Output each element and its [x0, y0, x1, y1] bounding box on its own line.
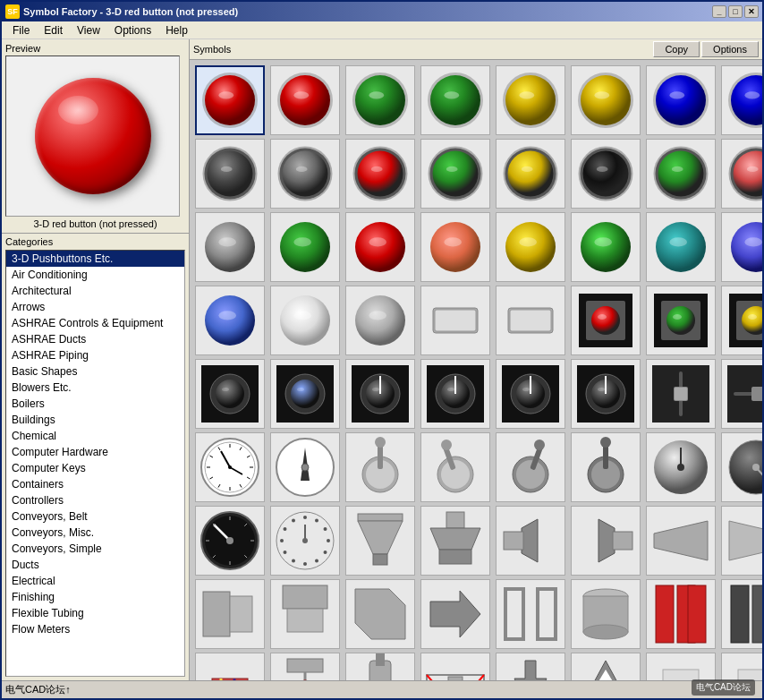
category-item[interactable]: Conveyors, Simple: [6, 541, 184, 557]
category-item[interactable]: Flow Meters: [6, 621, 184, 637]
symbol-cell[interactable]: [646, 653, 716, 680]
symbol-cell[interactable]: [420, 359, 490, 429]
symbol-cell[interactable]: [345, 506, 415, 576]
symbol-cell[interactable]: [270, 212, 340, 282]
symbol-cell[interactable]: [420, 212, 490, 282]
category-item[interactable]: Containers: [6, 476, 184, 492]
category-item[interactable]: Electrical: [6, 573, 184, 589]
symbol-cell[interactable]: [571, 506, 641, 576]
symbol-cell[interactable]: [721, 359, 762, 429]
symbol-cell[interactable]: [270, 653, 340, 680]
symbol-cell[interactable]: [345, 432, 415, 502]
category-item[interactable]: Basic Shapes: [6, 363, 184, 380]
symbol-cell[interactable]: [420, 139, 490, 209]
symbol-cell[interactable]: [571, 286, 641, 355]
symbol-cell[interactable]: [496, 579, 565, 649]
category-item[interactable]: Architectural: [6, 283, 184, 299]
symbol-cell[interactable]: [345, 579, 415, 649]
category-item[interactable]: Conveyors, Misc.: [6, 525, 184, 541]
symbol-cell[interactable]: [571, 139, 641, 209]
symbol-cell[interactable]: [721, 65, 762, 135]
category-item[interactable]: Boilers: [6, 396, 184, 412]
close-button[interactable]: ✕: [744, 5, 759, 18]
category-item[interactable]: Computer Hardware: [6, 444, 184, 460]
symbol-cell[interactable]: [496, 65, 565, 135]
symbol-cell[interactable]: [270, 432, 340, 502]
symbol-cell[interactable]: [721, 653, 762, 680]
symbol-cell[interactable]: [496, 286, 565, 355]
symbol-cell[interactable]: [646, 432, 716, 502]
symbol-cell[interactable]: [345, 653, 415, 680]
menu-file[interactable]: File: [5, 22, 37, 38]
symbol-cell[interactable]: [270, 65, 340, 135]
symbol-cell[interactable]: [496, 139, 565, 209]
category-item[interactable]: Buildings: [6, 412, 184, 428]
symbol-cell[interactable]: [420, 653, 490, 680]
symbol-cell[interactable]: [571, 212, 641, 282]
symbol-cell[interactable]: [345, 212, 415, 282]
symbol-cell[interactable]: [270, 359, 340, 429]
symbol-cell[interactable]: [420, 506, 490, 576]
symbol-cell[interactable]: [646, 579, 716, 649]
symbol-cell[interactable]: [646, 212, 716, 282]
category-item[interactable]: Ducts: [6, 557, 184, 573]
symbol-cell[interactable]: [646, 65, 716, 135]
symbol-cell[interactable]: [420, 432, 490, 502]
symbol-cell[interactable]: [195, 212, 265, 282]
category-item[interactable]: Conveyors, Belt: [6, 508, 184, 525]
symbol-cell[interactable]: [496, 212, 565, 282]
symbol-cell[interactable]: [571, 432, 641, 502]
symbol-cell[interactable]: [721, 579, 762, 649]
category-item[interactable]: ASHRAE Controls & Equipment: [6, 315, 184, 331]
copy-button[interactable]: Copy: [653, 41, 700, 57]
symbol-cell[interactable]: [270, 506, 340, 576]
menu-options[interactable]: Options: [107, 22, 158, 38]
category-item[interactable]: Chemical: [6, 428, 184, 444]
category-item[interactable]: 3-D Pushbuttons Etc.: [6, 251, 184, 267]
maximize-button[interactable]: □: [728, 5, 743, 18]
symbol-cell[interactable]: [345, 139, 415, 209]
symbol-cell[interactable]: [195, 286, 265, 355]
symbol-cell[interactable]: [345, 286, 415, 355]
category-item[interactable]: Controllers: [6, 492, 184, 508]
symbol-cell[interactable]: [345, 359, 415, 429]
symbol-cell[interactable]: [420, 65, 490, 135]
category-item[interactable]: Arrows: [6, 299, 184, 315]
menu-help[interactable]: Help: [158, 22, 195, 38]
symbol-cell[interactable]: [345, 65, 415, 135]
symbol-cell[interactable]: [496, 506, 565, 576]
symbols-area[interactable]: [190, 60, 762, 680]
category-item[interactable]: Finishing: [6, 589, 184, 605]
symbol-cell[interactable]: [420, 286, 490, 355]
symbol-cell[interactable]: [721, 432, 762, 502]
symbol-cell[interactable]: [420, 579, 490, 649]
symbol-cell[interactable]: [646, 139, 716, 209]
menu-view[interactable]: View: [70, 22, 107, 38]
symbol-cell[interactable]: [571, 653, 641, 680]
symbol-cell[interactable]: [195, 506, 265, 576]
symbol-cell[interactable]: [571, 65, 641, 135]
symbol-cell[interactable]: [195, 432, 265, 502]
symbol-cell[interactable]: [646, 506, 716, 576]
categories-list[interactable]: 3-D Pushbuttons Etc.Air ConditioningArch…: [5, 250, 185, 677]
symbol-cell[interactable]: [496, 359, 565, 429]
options-button[interactable]: Options: [701, 41, 759, 57]
symbol-cell[interactable]: [195, 653, 265, 680]
symbol-cell[interactable]: [721, 212, 762, 282]
symbol-cell[interactable]: [270, 579, 340, 649]
symbol-cell[interactable]: [721, 139, 762, 209]
symbol-cell[interactable]: [270, 139, 340, 209]
symbol-cell[interactable]: [270, 286, 340, 355]
symbol-cell[interactable]: [721, 286, 762, 355]
category-item[interactable]: ASHRAE Ducts: [6, 331, 184, 347]
category-item[interactable]: Computer Keys: [6, 460, 184, 476]
symbol-cell[interactable]: [496, 432, 565, 502]
category-item[interactable]: Air Conditioning: [6, 267, 184, 283]
symbol-cell[interactable]: [496, 653, 565, 680]
symbol-cell[interactable]: [571, 579, 641, 649]
category-item[interactable]: ASHRAE Piping: [6, 347, 184, 363]
symbol-cell[interactable]: [721, 506, 762, 576]
symbol-cell[interactable]: [646, 359, 716, 429]
minimize-button[interactable]: _: [712, 5, 726, 18]
symbol-cell[interactable]: [195, 359, 265, 429]
